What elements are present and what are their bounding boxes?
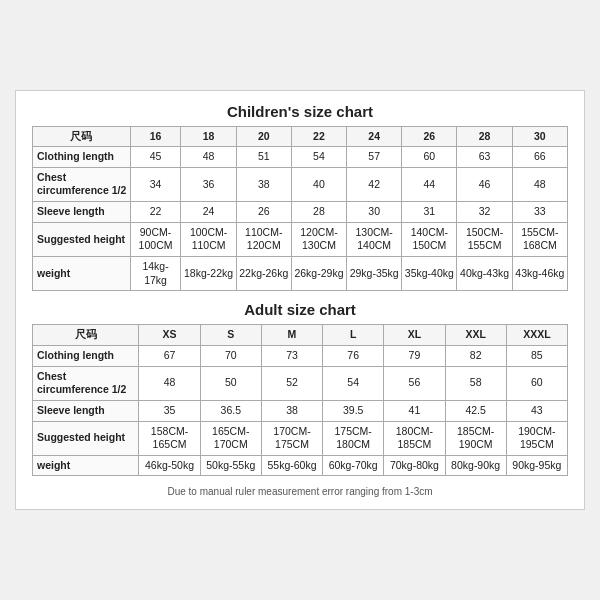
- cell-r4-c2: 55kg-60kg: [261, 455, 322, 476]
- cell-r1-c0: 34: [130, 167, 181, 201]
- cell-r1-c3: 54: [323, 366, 384, 400]
- cell-r0-c0: 67: [139, 345, 200, 366]
- cell-r1-c7: 48: [512, 167, 567, 201]
- col-header-0: 尺码: [33, 126, 131, 147]
- col-header-1: 16: [130, 126, 181, 147]
- col-header-6: XXL: [445, 325, 506, 346]
- cell-r3-c5: 140CM-150CM: [402, 222, 457, 256]
- cell-r4-c1: 50kg-55kg: [200, 455, 261, 476]
- cell-r2-c7: 33: [512, 202, 567, 223]
- cell-r1-c6: 60: [506, 366, 567, 400]
- row-label-0: Clothing length: [33, 147, 131, 168]
- table-row: weight46kg-50kg50kg-55kg55kg-60kg60kg-70…: [33, 455, 568, 476]
- cell-r2-c6: 32: [457, 202, 512, 223]
- table-row: weight14kg-17kg18kg-22kg22kg-26kg26kg-29…: [33, 257, 568, 291]
- cell-r1-c6: 46: [457, 167, 512, 201]
- cell-r3-c1: 165CM-170CM: [200, 421, 261, 455]
- cell-r0-c0: 45: [130, 147, 181, 168]
- cell-r4-c3: 60kg-70kg: [323, 455, 384, 476]
- col-header-8: 30: [512, 126, 567, 147]
- cell-r3-c3: 120CM-130CM: [291, 222, 346, 256]
- col-header-2: 18: [181, 126, 236, 147]
- cell-r0-c7: 66: [512, 147, 567, 168]
- cell-r0-c2: 51: [236, 147, 291, 168]
- cell-r2-c6: 43: [506, 400, 567, 421]
- cell-r2-c4: 41: [384, 400, 445, 421]
- col-header-7: XXXL: [506, 325, 567, 346]
- cell-r0-c5: 82: [445, 345, 506, 366]
- row-label-2: Sleeve length: [33, 202, 131, 223]
- col-header-3: M: [261, 325, 322, 346]
- cell-r3-c0: 90CM-100CM: [130, 222, 181, 256]
- table-row: Chest circumference 1/23436384042444648: [33, 167, 568, 201]
- col-header-5: 24: [347, 126, 402, 147]
- table-row: Suggested height158CM-165CM165CM-170CM17…: [33, 421, 568, 455]
- cell-r0-c6: 63: [457, 147, 512, 168]
- cell-r0-c2: 73: [261, 345, 322, 366]
- cell-r3-c5: 185CM-190CM: [445, 421, 506, 455]
- row-label-3: Suggested height: [33, 421, 139, 455]
- table-row: Suggested height90CM-100CM100CM-110CM110…: [33, 222, 568, 256]
- cell-r0-c5: 60: [402, 147, 457, 168]
- cell-r1-c0: 48: [139, 366, 200, 400]
- cell-r0-c3: 76: [323, 345, 384, 366]
- cell-r2-c1: 36.5: [200, 400, 261, 421]
- cell-r3-c1: 100CM-110CM: [181, 222, 236, 256]
- cell-r3-c2: 110CM-120CM: [236, 222, 291, 256]
- cell-r4-c0: 46kg-50kg: [139, 455, 200, 476]
- row-label-4: weight: [33, 455, 139, 476]
- cell-r3-c3: 175CM-180CM: [323, 421, 384, 455]
- col-header-2: S: [200, 325, 261, 346]
- cell-r2-c4: 30: [347, 202, 402, 223]
- cell-r2-c3: 39.5: [323, 400, 384, 421]
- cell-r3-c7: 155CM-168CM: [512, 222, 567, 256]
- col-header-6: 26: [402, 126, 457, 147]
- row-label-0: Clothing length: [33, 345, 139, 366]
- cell-r1-c4: 42: [347, 167, 402, 201]
- cell-r3-c4: 130CM-140CM: [347, 222, 402, 256]
- cell-r4-c1: 18kg-22kg: [181, 257, 236, 291]
- table-row: Clothing length4548515457606366: [33, 147, 568, 168]
- cell-r2-c5: 31: [402, 202, 457, 223]
- cell-r2-c0: 35: [139, 400, 200, 421]
- size-chart-container: Children's size chart 尺码1618202224262830…: [15, 90, 585, 511]
- cell-r1-c3: 40: [291, 167, 346, 201]
- row-label-1: Chest circumference 1/2: [33, 366, 139, 400]
- cell-r1-c5: 44: [402, 167, 457, 201]
- adult-chart-title: Adult size chart: [32, 301, 568, 318]
- cell-r3-c4: 180CM-185CM: [384, 421, 445, 455]
- cell-r3-c6: 190CM-195CM: [506, 421, 567, 455]
- children-size-table: 尺码1618202224262830 Clothing length454851…: [32, 126, 568, 292]
- cell-r4-c6: 90kg-95kg: [506, 455, 567, 476]
- cell-r2-c1: 24: [181, 202, 236, 223]
- cell-r2-c2: 38: [261, 400, 322, 421]
- cell-r3-c0: 158CM-165CM: [139, 421, 200, 455]
- cell-r3-c2: 170CM-175CM: [261, 421, 322, 455]
- col-header-4: L: [323, 325, 384, 346]
- children-chart-title: Children's size chart: [32, 103, 568, 120]
- row-label-4: weight: [33, 257, 131, 291]
- row-label-2: Sleeve length: [33, 400, 139, 421]
- cell-r4-c0: 14kg-17kg: [130, 257, 181, 291]
- row-label-3: Suggested height: [33, 222, 131, 256]
- table-row: Clothing length67707376798285: [33, 345, 568, 366]
- footnote: Due to manual ruler measurement error ra…: [32, 486, 568, 497]
- row-label-1: Chest circumference 1/2: [33, 167, 131, 201]
- cell-r4-c2: 22kg-26kg: [236, 257, 291, 291]
- cell-r4-c3: 26kg-29kg: [291, 257, 346, 291]
- col-header-5: XL: [384, 325, 445, 346]
- col-header-0: 尺码: [33, 325, 139, 346]
- cell-r3-c6: 150CM-155CM: [457, 222, 512, 256]
- cell-r4-c6: 40kg-43kg: [457, 257, 512, 291]
- cell-r0-c4: 57: [347, 147, 402, 168]
- cell-r2-c5: 42.5: [445, 400, 506, 421]
- cell-r4-c4: 70kg-80kg: [384, 455, 445, 476]
- cell-r2-c2: 26: [236, 202, 291, 223]
- col-header-3: 20: [236, 126, 291, 147]
- cell-r4-c5: 80kg-90kg: [445, 455, 506, 476]
- cell-r0-c4: 79: [384, 345, 445, 366]
- col-header-4: 22: [291, 126, 346, 147]
- cell-r0-c1: 48: [181, 147, 236, 168]
- cell-r1-c4: 56: [384, 366, 445, 400]
- cell-r1-c2: 52: [261, 366, 322, 400]
